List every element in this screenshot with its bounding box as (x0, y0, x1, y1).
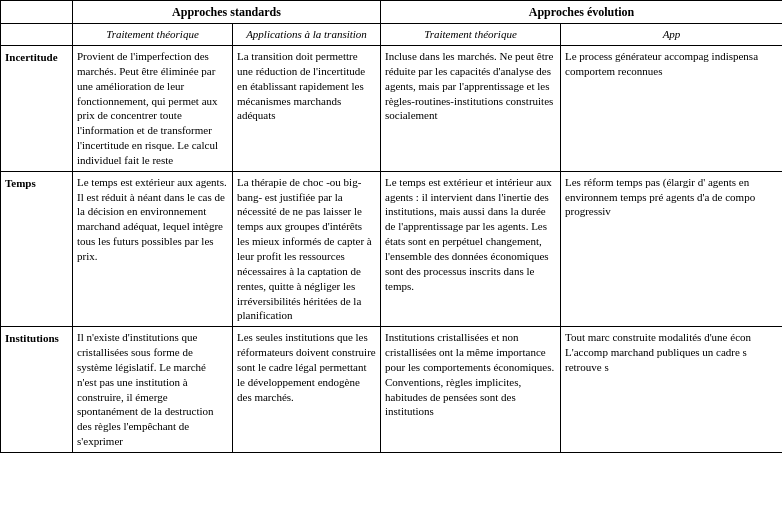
table-row: InstitutionsIl n'existe d'institutions q… (1, 327, 783, 453)
sub-std-th: Traitement théorique (73, 24, 233, 46)
comparison-table: Approches standards Approches évolution … (0, 0, 782, 453)
sub-evo-th: Traitement théorique (381, 24, 561, 46)
row-label: Institutions (1, 327, 73, 453)
cell-std-app: La thérapie de choc -ou big-bang- est ju… (233, 171, 381, 326)
cell-std-th: Provient de l'imperfection des marchés. … (73, 46, 233, 172)
sub-std-app: Applications à la transition (233, 24, 381, 46)
row-label: Incertitude (1, 46, 73, 172)
header-standards: Approches standards (73, 1, 381, 24)
cell-std-th: Il n'existe d'institutions que cristalli… (73, 327, 233, 453)
cell-evo-app: Les réform temps pas (élargir d' agents … (561, 171, 783, 326)
cell-evo-th: Incluse dans les marchés. Ne peut être r… (381, 46, 561, 172)
table-row: IncertitudeProvient de l'imperfection de… (1, 46, 783, 172)
cell-evo-app: Le process générateur accompag indispens… (561, 46, 783, 172)
cell-evo-app: Tout marc construite modalités d'une éco… (561, 327, 783, 453)
sub-evo-app: App (561, 24, 783, 46)
cell-std-app: La transition doit permettre une réducti… (233, 46, 381, 172)
cell-std-th: Le temps est extérieur aux agents. Il es… (73, 171, 233, 326)
cell-std-app: Les seules institutions que les réformat… (233, 327, 381, 453)
empty-header (1, 1, 73, 24)
table-row: TempsLe temps est extérieur aux agents. … (1, 171, 783, 326)
cell-evo-th: Le temps est extérieur et intérieur aux … (381, 171, 561, 326)
cell-evo-th: Institutions cristallisées et non crista… (381, 327, 561, 453)
header-evolutionist: Approches évolution (381, 1, 783, 24)
main-table-wrapper: Approches standards Approches évolution … (0, 0, 782, 453)
empty-subheader (1, 24, 73, 46)
row-label: Temps (1, 171, 73, 326)
